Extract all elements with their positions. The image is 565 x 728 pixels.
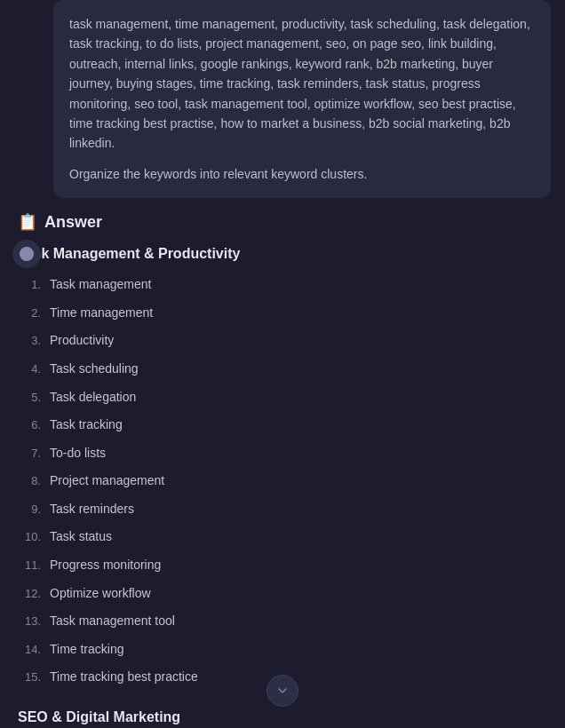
item-text: Time tracking: [50, 641, 124, 659]
item-text: Productivity: [50, 332, 114, 350]
cluster-heading-2: SEO & Digital Marketing: [14, 709, 551, 725]
answer-section: 📋 Answer Task Management & Productivity …: [0, 212, 565, 728]
item-text: Progress monitoring: [50, 557, 161, 574]
globe-icon: [19, 246, 35, 262]
item-number: 7.: [18, 446, 50, 462]
list-item: 14. Time tracking: [18, 636, 551, 664]
item-number: 2.: [18, 305, 50, 321]
item-text: Time management: [50, 305, 153, 322]
scroll-down-button[interactable]: [267, 675, 298, 707]
item-number: 9.: [18, 502, 50, 518]
list-item: 8. Project management: [18, 467, 551, 495]
item-number: 3.: [18, 333, 50, 349]
answer-header: 📋 Answer: [14, 212, 551, 232]
list-item: 2. Time management: [18, 299, 551, 328]
list-item: 5. Task delegation: [18, 384, 551, 412]
item-number: 8.: [18, 473, 50, 489]
item-number: 11.: [18, 558, 50, 574]
list-item: 10. Task status: [18, 523, 551, 551]
list-item: 13. Task management tool: [18, 607, 551, 636]
list-item: 9. Task reminders: [18, 495, 551, 524]
item-number: 10.: [18, 529, 50, 545]
item-text: To-do lists: [50, 445, 106, 463]
item-number: 12.: [18, 586, 50, 602]
list-item: 6. Task tracking: [18, 411, 551, 439]
instruction-text: Organize the keywords into relevant keyw…: [69, 164, 535, 184]
item-number: 14.: [18, 642, 50, 658]
keywords-text: task management, time management, produc…: [69, 17, 530, 150]
item-text: Task management: [50, 276, 151, 294]
item-text: Time tracking best practice: [50, 669, 198, 686]
item-number: 6.: [18, 417, 50, 433]
item-number: 4.: [18, 361, 50, 377]
chat-bubble: task management, time management, produc…: [53, 0, 551, 198]
item-number: 15.: [18, 669, 50, 685]
item-text: Optimize workflow: [50, 585, 151, 603]
list-item: 4. Task scheduling: [18, 355, 551, 384]
item-text: Task tracking: [50, 416, 123, 434]
item-text: Task scheduling: [50, 360, 139, 378]
list-item: 11. Progress monitoring: [18, 551, 551, 580]
item-text: Task delegation: [50, 389, 136, 407]
answer-title: Answer: [44, 213, 102, 232]
chevron-down-icon: [275, 684, 290, 698]
cluster-heading-1: Task Management & Productivity: [14, 246, 551, 262]
list-item: 7. To-do lists: [18, 439, 551, 468]
page-container: task management, time management, produc…: [0, 0, 565, 728]
answer-icon: 📋: [18, 212, 37, 232]
item-text: Task status: [50, 528, 112, 546]
cluster-list-1: 1. Task management 2. Time management 3.…: [14, 271, 551, 692]
item-number: 5.: [18, 390, 50, 406]
item-text: Task reminders: [50, 501, 134, 518]
list-item: 1. Task management: [18, 271, 551, 299]
item-number: 13.: [18, 613, 50, 629]
globe-icon-container: [12, 240, 41, 268]
item-text: Task management tool: [50, 613, 175, 630]
item-number: 1.: [18, 277, 50, 293]
list-item: 3. Productivity: [18, 327, 551, 355]
list-item: 12. Optimize workflow: [18, 580, 551, 608]
item-text: Project management: [50, 472, 164, 490]
